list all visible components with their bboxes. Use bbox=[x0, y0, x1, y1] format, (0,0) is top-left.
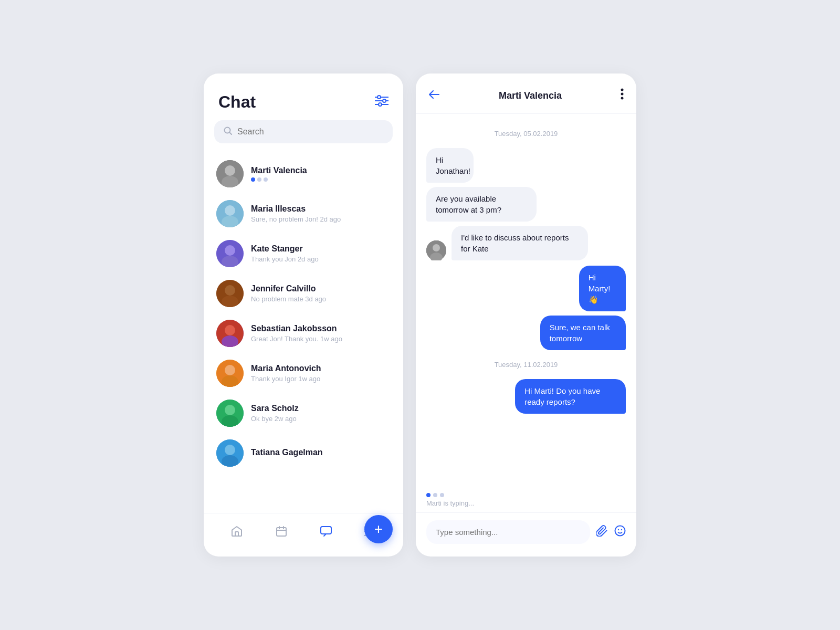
svg-point-45 bbox=[433, 244, 440, 251]
svg-point-18 bbox=[225, 285, 235, 296]
svg-rect-32 bbox=[235, 532, 238, 536]
avatar-sara bbox=[216, 400, 244, 427]
message-row-2: Are you available tomorrow at 3 pm? bbox=[426, 187, 573, 222]
svg-point-30 bbox=[225, 445, 235, 455]
svg-line-7 bbox=[229, 132, 232, 134]
contact-preview-maria-a: Thank you Igor 1w ago bbox=[251, 375, 391, 383]
contact-name-maria-i: Maria Illescas bbox=[251, 204, 391, 214]
contact-item-jennifer[interactable]: Jennifer Calvillo No problem mate 3d ago bbox=[204, 274, 403, 313]
contact-list: Marti Valencia bbox=[204, 152, 403, 513]
svg-point-3 bbox=[377, 96, 381, 99]
nav-chat-icon[interactable] bbox=[317, 522, 335, 544]
contact-item-maria-i[interactable]: Maria Illescas Sure, no problem Jon! 2d … bbox=[204, 194, 403, 234]
messages-area: Tuesday, 05.02.2019 Hi Jonathan! Are you… bbox=[416, 114, 636, 493]
avatar-tatiana bbox=[216, 439, 244, 467]
contact-info-sebastian: Sebastian Jakobsson Great Jon! Thank you… bbox=[251, 324, 391, 343]
avatar-sebastian bbox=[216, 320, 244, 347]
contact-preview-sara: Ok bye 2w ago bbox=[251, 415, 391, 423]
message-input[interactable] bbox=[426, 520, 590, 544]
nav-calendar-icon[interactable] bbox=[272, 522, 291, 544]
message-bubble-3: I'd like to discuss about reports for Ka… bbox=[452, 226, 588, 260]
search-bar bbox=[214, 120, 393, 143]
svg-point-15 bbox=[225, 245, 235, 256]
svg-point-41 bbox=[621, 89, 624, 91]
search-input[interactable] bbox=[237, 127, 383, 136]
svg-point-12 bbox=[225, 205, 235, 216]
contact-preview-jennifer: No problem mate 3d ago bbox=[251, 295, 391, 303]
contact-preview-maria-i: Sure, no problem Jon! 2d ago bbox=[251, 215, 391, 223]
svg-point-43 bbox=[621, 97, 624, 100]
nav-home-icon[interactable] bbox=[227, 522, 246, 544]
contact-preview-sebastian: Great Jon! Thank you. 1w ago bbox=[251, 335, 391, 343]
avatar-marti-msg bbox=[426, 240, 446, 260]
contact-info-sara: Sara Scholz Ok bye 2w ago bbox=[251, 404, 391, 423]
contact-info-tatiana: Tatiana Gagelman bbox=[251, 448, 391, 459]
message-bubble-6: Hi Marti! Do you have ready reports? bbox=[515, 379, 626, 414]
contact-item-kate[interactable]: Kate Stanger Thank you Jon 2d ago bbox=[204, 234, 403, 274]
svg-point-42 bbox=[621, 93, 624, 96]
avatar-maria-i bbox=[216, 200, 244, 227]
received-messages-group: Hi Jonathan! Are you available tomorrow … bbox=[426, 148, 626, 260]
back-button[interactable] bbox=[428, 89, 440, 102]
svg-rect-33 bbox=[277, 528, 286, 536]
message-bubble-2: Are you available tomorrow at 3 pm? bbox=[426, 187, 537, 222]
typing-dot-2 bbox=[433, 493, 437, 497]
svg-point-48 bbox=[618, 529, 619, 530]
message-row-5: Sure, we can talk tomorrow bbox=[511, 316, 626, 350]
avatar-maria-a bbox=[216, 360, 244, 387]
avatar-kate bbox=[216, 240, 244, 267]
contact-name-marti: Marti Valencia bbox=[251, 166, 391, 175]
contact-name-maria-a: Maria Antonovich bbox=[251, 364, 391, 373]
avatar-jennifer bbox=[216, 280, 244, 307]
input-area bbox=[416, 512, 636, 556]
contact-item-tatiana[interactable]: Tatiana Gagelman bbox=[204, 433, 403, 473]
message-bubble-1: Hi Jonathan! bbox=[426, 148, 474, 183]
more-options-button[interactable] bbox=[621, 88, 624, 103]
chat-list-panel: Chat bbox=[204, 74, 403, 556]
conversation-header: Marti Valencia bbox=[416, 74, 636, 114]
contact-item-maria-a[interactable]: Maria Antonovich Thank you Igor 1w ago bbox=[204, 353, 403, 393]
contact-info-maria-i: Maria Illescas Sure, no problem Jon! 2d … bbox=[251, 204, 391, 223]
contact-item-sebastian[interactable]: Sebastian Jakobsson Great Jon! Thank you… bbox=[204, 313, 403, 353]
filter-icon[interactable] bbox=[375, 95, 388, 110]
typing-dots-row bbox=[426, 493, 626, 497]
contact-info-maria-a: Maria Antonovich Thank you Igor 1w ago bbox=[251, 364, 391, 383]
typing-dots-marti bbox=[251, 177, 391, 182]
svg-point-9 bbox=[225, 165, 235, 176]
chat-title: Chat bbox=[218, 92, 256, 112]
dot-2 bbox=[257, 177, 261, 182]
contact-info-jennifer: Jennifer Calvillo No problem mate 3d ago bbox=[251, 284, 391, 303]
fab-button[interactable]: + bbox=[364, 515, 393, 543]
date-divider-1: Tuesday, 05.02.2019 bbox=[426, 130, 626, 138]
conversation-name: Marti Valencia bbox=[499, 90, 562, 101]
contact-name-sebastian: Sebastian Jakobsson bbox=[251, 324, 391, 333]
contact-name-kate: Kate Stanger bbox=[251, 244, 391, 254]
contact-name-jennifer: Jennifer Calvillo bbox=[251, 284, 391, 293]
attachment-icon[interactable] bbox=[596, 525, 608, 540]
contact-info-kate: Kate Stanger Thank you Jon 2d ago bbox=[251, 244, 391, 263]
svg-point-4 bbox=[383, 99, 386, 102]
contact-item-marti[interactable]: Marti Valencia bbox=[204, 154, 403, 194]
typing-text: Marti is typing... bbox=[426, 499, 626, 507]
chat-header: Chat bbox=[204, 74, 403, 120]
svg-rect-37 bbox=[321, 527, 331, 534]
svg-point-5 bbox=[379, 103, 382, 106]
message-bubble-5: Sure, we can talk tomorrow bbox=[540, 316, 626, 350]
typing-dot-1 bbox=[426, 493, 430, 497]
message-row-4: Hi Marty! 👋 bbox=[563, 266, 626, 311]
message-bubble-4: Hi Marty! 👋 bbox=[579, 266, 626, 311]
contact-item-sara[interactable]: Sara Scholz Ok bye 2w ago bbox=[204, 393, 403, 433]
sent-messages-group: Hi Marty! 👋 Sure, we can talk tomorrow bbox=[426, 266, 626, 350]
svg-point-49 bbox=[621, 529, 622, 530]
search-icon bbox=[224, 127, 232, 137]
contact-name-sara: Sara Scholz bbox=[251, 404, 391, 413]
avatar-marti bbox=[216, 160, 244, 187]
dot-1 bbox=[251, 177, 255, 182]
contact-name-tatiana: Tatiana Gagelman bbox=[251, 448, 391, 457]
date-divider-2: Tuesday, 11.02.2019 bbox=[426, 361, 626, 369]
contact-info-marti: Marti Valencia bbox=[251, 166, 391, 182]
emoji-icon[interactable] bbox=[614, 525, 626, 540]
message-row-1: Hi Jonathan! bbox=[426, 148, 489, 183]
dot-3 bbox=[264, 177, 268, 182]
message-row-3: I'd like to discuss about reports for Ka… bbox=[426, 226, 608, 260]
